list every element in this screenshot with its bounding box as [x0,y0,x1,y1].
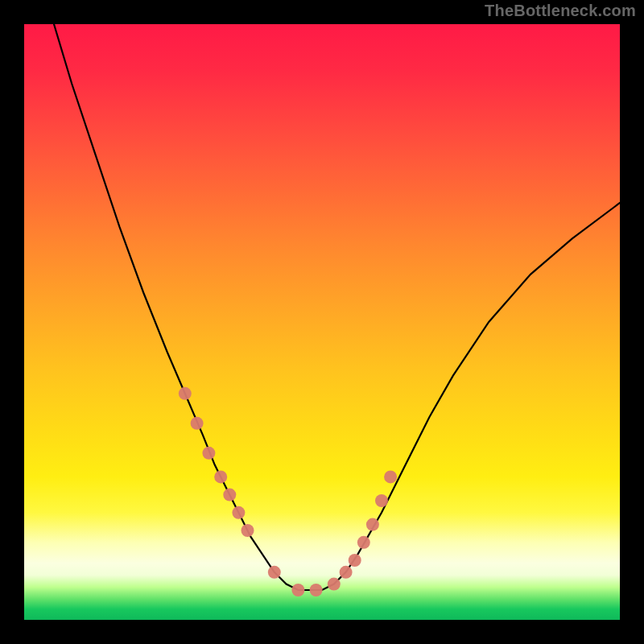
marker-dot [357,536,370,549]
marker-dot [242,524,254,537]
marker-dot [232,506,245,519]
chart-stage: TheBottleneck.com [0,0,644,644]
plot-area [24,24,620,620]
marker-dot [179,387,192,400]
marker-dot [223,489,236,502]
marker-dot [268,566,281,579]
marker-dots [179,387,397,597]
marker-dot [214,470,227,483]
watermark-text: TheBottleneck.com [485,2,636,20]
marker-dot [366,518,379,531]
marker-dot [310,584,323,597]
marker-dot [349,554,361,567]
bottleneck-curve [54,24,620,590]
marker-dot [384,470,397,483]
marker-dot [202,447,215,460]
marker-dot [340,566,353,579]
curve-layer [24,24,620,620]
marker-dot [191,417,204,430]
curve-path-group [54,24,620,590]
marker-dot [375,494,388,507]
marker-dot [328,578,341,591]
marker-dot [291,584,304,597]
